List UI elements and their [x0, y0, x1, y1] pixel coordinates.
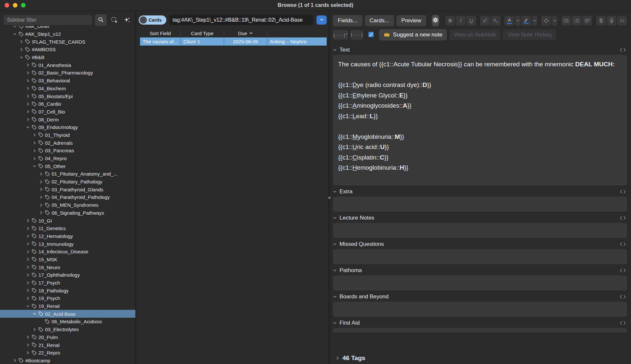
chevron-down-icon[interactable] — [12, 26, 17, 29]
field-input-pathoma[interactable] — [333, 275, 627, 290]
highlight-picker-chevron-button[interactable] — [532, 16, 537, 26]
chevron-right-icon[interactable] — [18, 39, 24, 44]
sidebar-item-20-pulm[interactable]: 20_Pulm — [0, 333, 135, 341]
cloze-same-button[interactable]: [···] — [350, 30, 363, 40]
chevron-right-icon[interactable] — [25, 78, 31, 83]
chevron-down-icon[interactable] — [32, 164, 37, 168]
text-color-picker-chevron-button[interactable] — [515, 16, 521, 26]
chevron-right-icon[interactable] — [25, 249, 31, 254]
field-input-lecture-notes[interactable] — [333, 223, 627, 238]
chevron-right-icon[interactable] — [38, 195, 44, 200]
chevron-down-icon[interactable] — [333, 321, 337, 325]
sidebar-item-b-b[interactable]: #B&B — [0, 54, 135, 61]
sidebar-item-19-renal[interactable]: 19_Renal — [0, 302, 135, 310]
column-header-due[interactable]: Due — [224, 30, 267, 36]
chevron-right-icon[interactable] — [38, 203, 44, 207]
chevron-right-icon[interactable] — [25, 335, 31, 339]
chevron-right-icon[interactable] — [25, 296, 31, 301]
chevron-right-icon[interactable] — [25, 273, 31, 277]
chevron-down-icon[interactable] — [25, 304, 31, 309]
view-on-ankihub-button[interactable]: View on AnkiHub — [449, 29, 501, 40]
chevron-right-icon[interactable] — [25, 343, 31, 347]
sidebar-item-17-psych[interactable]: 17_Psych — [0, 279, 135, 287]
view-note-history-button[interactable]: View Note History — [503, 29, 556, 40]
minimize-window-button[interactable] — [13, 3, 17, 8]
chevron-right-icon[interactable] — [25, 63, 31, 67]
sidebar-item-02-basic-pharmacology[interactable]: 02_Basic_Pharmacology — [0, 69, 135, 77]
sidebar-item-bootcamp[interactable]: #Bootcamp — [0, 357, 135, 364]
chevron-down-icon[interactable] — [333, 190, 337, 194]
html-editor-icon[interactable] — [620, 295, 626, 299]
search-input[interactable]: tag:#AK\_Step1\_v12::#B&B::19\_Renal::02… — [170, 15, 313, 25]
sidebar-item-06-signaling-pathways[interactable]: 06_Signaling_Pathways — [0, 209, 135, 217]
sidebar-filter-input[interactable] — [3, 15, 92, 25]
remove-formatting-picker-chevron-button[interactable] — [552, 16, 557, 26]
chevron-down-icon[interactable] — [25, 125, 31, 130]
chevron-down-icon[interactable] — [333, 48, 337, 52]
attach-media-button[interactable] — [596, 16, 606, 26]
sidebar-item-14-infectious-disease[interactable]: 14_Infectious_Disease — [0, 248, 135, 256]
suggest-new-note-button[interactable]: Suggest a new note — [379, 29, 447, 40]
sidebar-item-05-biostats-epi[interactable]: 05_Biostats/Epi — [0, 92, 135, 100]
field-input-extra[interactable] — [333, 197, 627, 212]
text-color-button[interactable]: A — [504, 16, 514, 26]
chevron-right-icon[interactable] — [25, 265, 31, 269]
html-editor-icon[interactable] — [620, 216, 626, 220]
sidebar-item-flag-these-cards[interactable]: !FLAG_THESE_CARDS — [0, 38, 135, 46]
sidebar-item-03-pancreas[interactable]: 03_Pancreas — [0, 147, 135, 155]
chevron-right-icon[interactable] — [25, 109, 31, 114]
superscript-button[interactable]: x2 — [480, 16, 490, 26]
sidebar-search-button[interactable] — [95, 14, 107, 26]
sidebar-item-02-pituitary-pathology[interactable]: 02_Pituitary_Pathology — [0, 178, 135, 186]
sidebar-item-09-endocrinology[interactable]: 09_Endocrinology — [0, 123, 135, 131]
field-input-text[interactable]: The causes of {{c1::Acute Tubular Necros… — [333, 55, 627, 185]
field-input-first-aid[interactable] — [333, 328, 627, 333]
sidebar-item-15-msk[interactable]: 15_MSK — [0, 256, 135, 264]
sidebar-item-13-immunology[interactable]: 13_Immunology — [0, 240, 135, 248]
sidebar-item-01-anesthesia[interactable]: 01_Anesthesia — [0, 61, 135, 69]
sidebar-item-04-repro[interactable]: 04_Repro — [0, 155, 135, 162]
card-row[interactable]: The causes of...Cloze 12025-06-05Anking … — [140, 37, 327, 46]
chevron-down-icon[interactable] — [32, 311, 37, 316]
field-input-missed-questions[interactable] — [333, 249, 627, 264]
column-header-sort-field[interactable]: Sort Field — [140, 30, 181, 36]
html-editor-icon[interactable] — [620, 242, 626, 246]
sidebar-item-17-ophthalmology[interactable]: 17_Ophthalmology — [0, 271, 135, 279]
sidebar-item-19-psych[interactable]: 19_Psych — [0, 294, 135, 302]
chevron-right-icon[interactable] — [32, 148, 37, 153]
chevron-right-icon[interactable] — [25, 351, 31, 355]
chevron-right-icon[interactable] — [38, 172, 44, 176]
subscript-button[interactable]: x2 — [491, 16, 501, 26]
html-editor-icon[interactable] — [620, 321, 626, 325]
editor-settings-button[interactable] — [432, 15, 439, 26]
equations-button[interactable]: ƒx — [617, 16, 627, 26]
sidebar-item-04-parathyroid-pathology[interactable]: 04_Parathyroid_Pathology — [0, 193, 135, 201]
cards-button[interactable]: Cards... — [365, 15, 394, 26]
sidebar-item-ak-other[interactable]: #AK_Other — [0, 26, 135, 30]
field-input-boards-and-beyond[interactable] — [333, 302, 627, 317]
chevron-right-icon[interactable] — [25, 102, 31, 106]
chevron-down-icon[interactable] — [333, 242, 337, 246]
sidebar-item-06-metabolic-acidosis[interactable]: 06_Metabolic_Acidosis — [0, 318, 135, 326]
sidebar-item-22-repro[interactable]: 22_Repro — [0, 349, 135, 357]
pane-splitter-handle[interactable] — [328, 197, 331, 199]
chevron-down-icon[interactable] — [12, 32, 17, 36]
html-editor-icon[interactable] — [620, 48, 626, 52]
chevron-right-icon[interactable] — [32, 133, 37, 137]
chevron-right-icon[interactable] — [32, 140, 37, 145]
chevron-right-icon[interactable] — [38, 187, 44, 192]
chevron-right-icon[interactable] — [25, 242, 31, 246]
sidebar-item-04-biochem[interactable]: 04_Biochem — [0, 85, 135, 93]
remove-formatting-button[interactable] — [541, 16, 551, 26]
chevron-down-icon[interactable] — [333, 268, 337, 272]
chevron-right-icon[interactable] — [12, 358, 17, 363]
ankihub-button[interactable] — [365, 30, 377, 40]
bold-button[interactable]: B — [445, 16, 455, 26]
highlight-button[interactable] — [521, 16, 531, 26]
sidebar-item-16-neuro[interactable]: 16_Neuro — [0, 263, 135, 271]
chevron-right-icon[interactable] — [38, 180, 44, 184]
sidebar-item-21-renal[interactable]: 21_Renal — [0, 341, 135, 349]
fields-button[interactable]: Fields... — [333, 15, 362, 26]
sidebar-item-08-derm[interactable]: 08_Derm — [0, 116, 135, 123]
sidebar-item-01-pituitary-anatomy-and[interactable]: 01_Pituitary_Anatomy_and_... — [0, 170, 135, 178]
